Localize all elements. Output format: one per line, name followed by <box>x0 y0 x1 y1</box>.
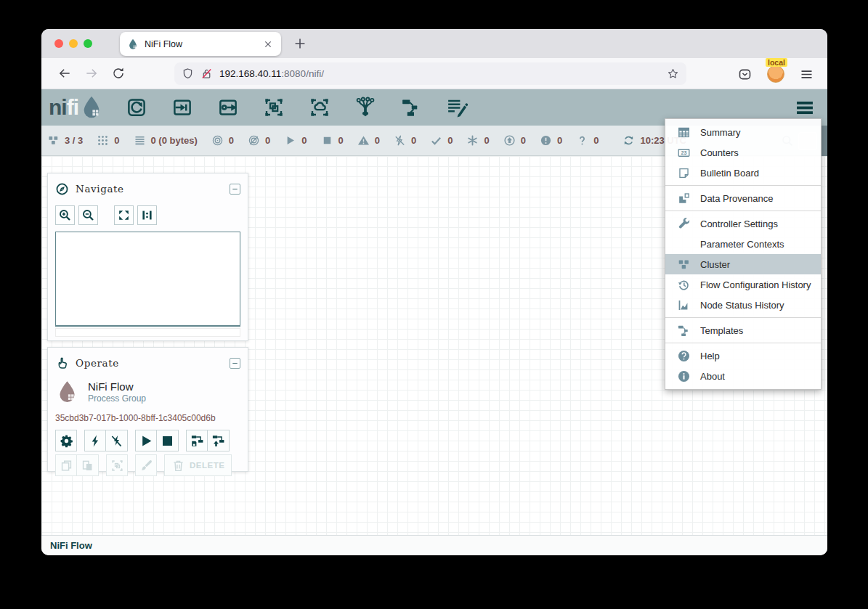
menu-item-label: About <box>700 371 725 382</box>
navigate-collapse-button[interactable] <box>230 184 240 195</box>
global-menu-button[interactable] <box>791 99 819 117</box>
gear-icon <box>60 434 73 448</box>
reload-button[interactable] <box>111 66 126 81</box>
menu-item-data-provenance[interactable]: Data Provenance <box>665 188 821 208</box>
stop-square-button[interactable] <box>157 430 179 451</box>
menu-item-about[interactable]: About <box>665 366 821 386</box>
play-button[interactable] <box>135 430 157 451</box>
status-queued-value: 0 (0 bytes) <box>151 135 198 146</box>
input-port-icon[interactable] <box>171 97 193 118</box>
check-icon <box>430 134 442 147</box>
desktop-background: NiFi Flow 192.168.40.11:8080/nifi/ l <box>0 0 868 609</box>
pocket-icon[interactable] <box>737 67 753 82</box>
operate-buttons-row2: DELETE <box>55 454 240 476</box>
firefox-menu-button[interactable] <box>799 67 814 82</box>
lightning-slash-button[interactable] <box>106 430 128 451</box>
trash-icon <box>171 459 185 473</box>
menu-item-summary[interactable]: Summary <box>665 122 821 142</box>
menu-item-node-status-history[interactable]: Node Status History <box>665 295 821 315</box>
menu-item-templates[interactable]: Templates <box>665 320 821 340</box>
menu-item-help[interactable]: Help <box>665 346 821 366</box>
menu-item-label: Cluster <box>700 259 730 270</box>
wrench-icon <box>677 217 691 231</box>
url-bar[interactable]: 192.168.40.11:8080/nifi/ <box>174 62 686 85</box>
browser-window: NiFi Flow 192.168.40.11:8080/nifi/ l <box>41 29 827 555</box>
running-icon <box>284 134 296 147</box>
navigate-panel: Navigate <box>47 173 248 341</box>
menu-item-bulletin-board[interactable]: Bulletin Board <box>665 163 821 183</box>
status-invalid-value: 0 <box>375 135 380 146</box>
hand-icon <box>55 356 69 370</box>
lightning-button[interactable] <box>84 430 106 451</box>
group-select-button <box>106 454 128 476</box>
new-tab-button[interactable] <box>292 36 308 52</box>
minus-icon <box>231 185 239 193</box>
bookmark-star-icon[interactable] <box>667 68 679 80</box>
counter-icon: 23 <box>677 146 691 160</box>
label-icon[interactable] <box>446 97 468 118</box>
menu-divider <box>665 211 821 211</box>
status-invalid: 0 <box>357 134 380 147</box>
insecure-lock-icon[interactable] <box>200 68 213 80</box>
tab-close-icon[interactable] <box>262 38 274 50</box>
not-transmitting-icon <box>248 134 260 147</box>
status-stale: 0 <box>503 134 526 147</box>
brush-button <box>135 454 157 476</box>
maximize-window-button[interactable] <box>84 39 92 48</box>
url-text[interactable]: 192.168.40.11:8080/nifi/ <box>219 68 667 79</box>
traffic-lights <box>54 39 92 48</box>
remote-process-group-icon[interactable] <box>309 97 330 118</box>
group-select-icon <box>110 459 124 473</box>
menu-item-controller-settings[interactable]: Controller Settings <box>665 213 821 234</box>
help-icon <box>677 349 691 363</box>
minimize-window-button[interactable] <box>69 39 78 48</box>
shield-icon[interactable] <box>182 68 194 80</box>
upload-template-icon <box>211 434 225 448</box>
brush-icon <box>139 459 153 473</box>
delete-button-label: DELETE <box>190 461 224 470</box>
disabled-icon <box>394 134 406 147</box>
close-window-button[interactable] <box>54 39 63 48</box>
status-queued: 0 (0 bytes) <box>134 134 198 147</box>
question-icon <box>576 134 588 147</box>
funnel-icon[interactable] <box>354 97 376 118</box>
menu-item-parameter-contexts[interactable]: Parameter Contexts <box>665 234 821 254</box>
blank-icon <box>677 237 691 251</box>
back-button[interactable] <box>57 66 72 81</box>
upload-template-button[interactable] <box>208 430 230 451</box>
processor-icon[interactable] <box>126 97 147 118</box>
table-icon <box>677 126 691 139</box>
operate-collapse-button[interactable] <box>230 358 240 369</box>
status-stopped: 0 <box>321 134 344 147</box>
profile-avatar[interactable]: local <box>767 65 784 83</box>
node-chart-icon <box>677 298 691 312</box>
minus-icon <box>231 359 239 367</box>
template-icon[interactable] <box>400 97 422 118</box>
menu-item-flow-configuration-history[interactable]: Flow Configuration History <box>665 274 821 295</box>
refresh-icon[interactable] <box>622 134 635 147</box>
fit-button[interactable] <box>114 205 134 225</box>
menu-item-cluster[interactable]: Cluster <box>665 254 821 274</box>
one-one-button[interactable] <box>137 205 157 225</box>
menu-item-label: Summary <box>700 127 741 138</box>
zoom-out-button[interactable] <box>78 205 98 225</box>
save-template-icon <box>190 434 204 448</box>
zoom-in-button[interactable] <box>55 205 75 225</box>
menu-item-counters[interactable]: 23Counters <box>665 142 821 163</box>
birdseye-view[interactable] <box>55 232 240 327</box>
cluster-icon <box>677 258 691 271</box>
browser-tab[interactable]: NiFi Flow <box>120 32 281 56</box>
gear-button[interactable] <box>55 430 77 451</box>
menu-item-label: Node Status History <box>700 300 784 311</box>
menu-item-label: Parameter Contexts <box>700 239 784 250</box>
play-icon <box>139 434 153 448</box>
component-toolbar <box>126 97 468 118</box>
output-port-icon[interactable] <box>217 97 239 118</box>
breadcrumb-root[interactable]: NiFi Flow <box>50 540 92 551</box>
compass-icon <box>55 182 69 196</box>
menu-item-label: Flow Configuration History <box>700 279 811 290</box>
save-template-button[interactable] <box>186 430 208 451</box>
forward-button[interactable] <box>84 66 99 81</box>
stale-icon <box>503 134 516 147</box>
process-group-icon[interactable] <box>263 97 285 118</box>
